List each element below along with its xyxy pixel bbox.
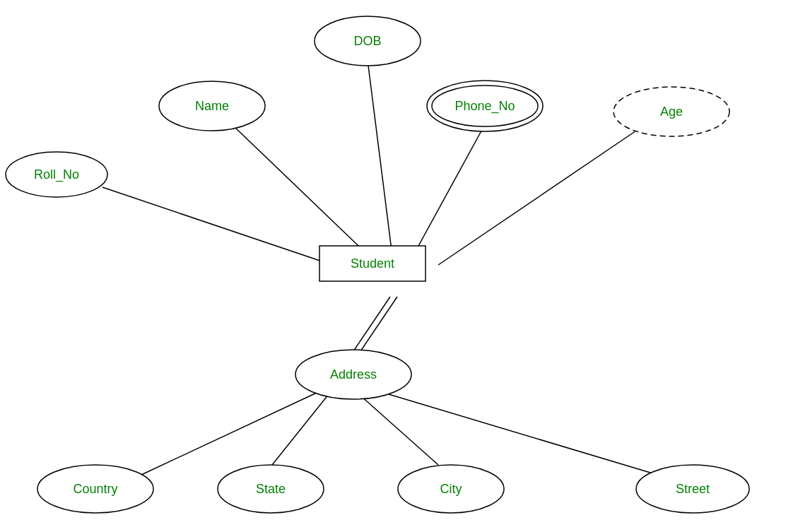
line-student-age [438, 131, 636, 265]
line-student-rollno [102, 187, 353, 272]
line-address-street [382, 392, 657, 475]
state-label: State [256, 482, 286, 496]
phone-label: Phone_No [454, 99, 515, 114]
student-label: Student [351, 256, 394, 271]
line-student-address-2 [359, 297, 397, 353]
age-label: Age [660, 105, 683, 119]
street-label: Street [676, 482, 710, 496]
er-diagram: Student DOB Name Phone_No Age Roll_No Ad… [0, 0, 786, 532]
line-address-country [141, 392, 318, 475]
line-address-state [272, 394, 329, 465]
dob-label: DOB [353, 34, 381, 48]
name-label: Name [195, 99, 229, 113]
country-label: Country [73, 482, 117, 496]
address-label: Address [330, 367, 377, 382]
line-student-name [233, 126, 375, 261]
rollno-label: Roll_No [34, 167, 79, 182]
line-student-dob [368, 60, 393, 261]
line-student-address-1 [352, 297, 390, 353]
city-label: City [440, 482, 462, 496]
